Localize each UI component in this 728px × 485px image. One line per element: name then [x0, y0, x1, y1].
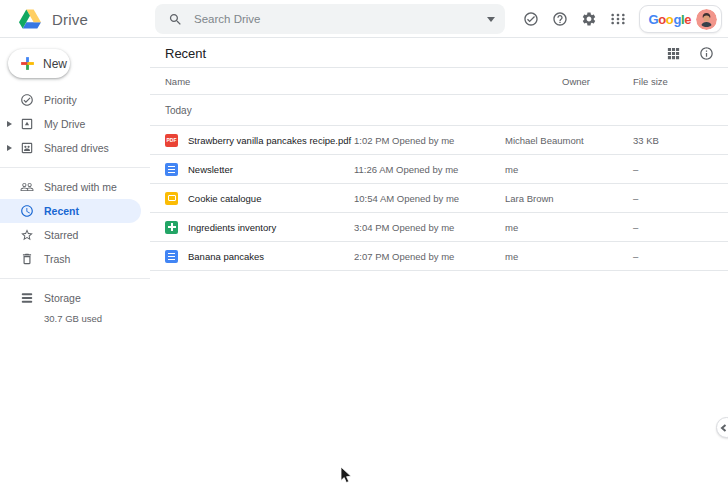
sidebar-item-label: My Drive	[44, 118, 85, 130]
file-activity: 10:54 AM Opened by me	[354, 193, 505, 204]
storage-usage-text: 30.7 GB used	[0, 313, 150, 324]
sidebar-item-label: Storage	[44, 292, 81, 304]
file-owner: Michael Beaumont	[505, 135, 633, 146]
sidebar-item-label: Shared drives	[44, 142, 109, 154]
file-size: –	[633, 193, 713, 204]
offline-status-icon[interactable]	[523, 11, 540, 28]
sidebar-item-priority[interactable]: Priority	[0, 88, 141, 112]
sidebar-item-my-drive[interactable]: My Drive	[0, 112, 141, 136]
search-bar[interactable]	[155, 4, 505, 34]
search-options-caret-icon[interactable]	[487, 17, 495, 22]
file-size: –	[633, 164, 713, 175]
google-apps-grid-icon[interactable]	[610, 11, 627, 28]
sidebar-item-shared-with-me[interactable]: Shared with me	[0, 175, 141, 199]
settings-gear-icon[interactable]	[581, 11, 598, 28]
expand-chevron-icon[interactable]	[7, 145, 12, 151]
chevron-left-icon	[720, 424, 728, 432]
app-title: Drive	[52, 11, 88, 28]
sidebar-item-storage[interactable]: Storage	[0, 286, 141, 310]
help-icon[interactable]	[552, 11, 569, 28]
plus-icon	[19, 55, 36, 72]
column-header-file-size[interactable]: File size	[633, 76, 713, 87]
file-activity: 11:26 AM Opened by me	[354, 164, 505, 175]
column-header-name[interactable]: Name	[165, 76, 505, 87]
topbar-actions: Google	[523, 0, 722, 38]
file-name: Ingredients inventory	[188, 222, 354, 233]
google-account-pill[interactable]: Google	[639, 5, 722, 33]
file-type-icon	[165, 250, 178, 263]
page-title: Recent	[165, 46, 648, 61]
file-activity: 3:04 PM Opened by me	[354, 222, 505, 233]
sidebar-item-label: Shared with me	[44, 181, 117, 193]
file-owner: me	[505, 222, 633, 233]
section-label-today: Today	[150, 95, 728, 126]
info-icon[interactable]	[698, 45, 714, 61]
grid-view-icon[interactable]	[665, 45, 681, 61]
google-wordmark: Google	[649, 13, 691, 26]
search-icon	[168, 12, 183, 27]
file-owner: me	[505, 251, 633, 262]
sidebar-divider	[0, 167, 150, 168]
sidebar-divider	[0, 278, 150, 279]
sidebar-nav: Priority My Drive Shared drives	[0, 88, 150, 324]
file-row[interactable]: Newsletter 11:26 AM Opened by me me –	[150, 155, 728, 184]
column-header-owner[interactable]: Owner	[505, 76, 633, 87]
user-avatar[interactable]	[696, 9, 717, 30]
file-name: Banana pancakes	[188, 251, 354, 262]
file-type-icon	[165, 163, 178, 176]
main-content: Recent Name Owner File size Today PDF St…	[150, 39, 728, 485]
file-row[interactable]: PDF Strawberry vanilla pancakes recipe.p…	[150, 126, 728, 155]
file-row[interactable]: Banana pancakes 2:07 PM Opened by me me …	[150, 242, 728, 271]
top-bar: Drive Google	[0, 0, 728, 38]
file-type-icon: PDF	[165, 134, 178, 147]
my-drive-icon	[20, 117, 34, 131]
file-activity: 1:02 PM Opened by me	[354, 135, 505, 146]
sidebar-item-label: Starred	[44, 229, 78, 241]
shared-drives-icon	[20, 141, 34, 155]
drive-brand[interactable]: Drive	[19, 0, 88, 38]
sidebar-item-label: Priority	[44, 94, 77, 106]
file-type-icon	[165, 192, 178, 205]
new-button[interactable]: New	[8, 49, 70, 78]
sidebar-item-label: Recent	[44, 205, 79, 217]
file-name: Newsletter	[188, 164, 354, 175]
storage-icon	[20, 291, 34, 305]
file-size: –	[633, 251, 713, 262]
new-button-label: New	[43, 57, 67, 71]
star-icon	[20, 228, 34, 242]
file-row[interactable]: Cookie catalogue 10:54 AM Opened by me L…	[150, 184, 728, 213]
file-activity: 2:07 PM Opened by me	[354, 251, 505, 262]
file-name: Cookie catalogue	[188, 193, 354, 204]
shared-with-me-icon	[20, 180, 34, 194]
file-size: –	[633, 222, 713, 233]
sidebar-item-label: Trash	[44, 253, 70, 265]
file-type-icon	[165, 221, 178, 234]
trash-icon	[20, 252, 34, 266]
sidebar-item-shared-drives[interactable]: Shared drives	[0, 136, 141, 160]
file-owner: Lara Brown	[505, 193, 633, 204]
drive-logo-icon	[19, 9, 41, 29]
sidebar: New Priority My Drive Sha	[0, 39, 150, 485]
google-drive-app: Drive Google	[0, 0, 728, 485]
search-input[interactable]	[194, 13, 481, 25]
expand-chevron-icon[interactable]	[7, 121, 12, 127]
file-list: PDF Strawberry vanilla pancakes recipe.p…	[150, 126, 728, 271]
table-header: Name Owner File size	[150, 68, 728, 95]
file-size: 33 KB	[633, 135, 713, 146]
priority-icon	[20, 93, 34, 107]
sidebar-item-trash[interactable]: Trash	[0, 247, 141, 271]
file-owner: me	[505, 164, 633, 175]
sidebar-item-starred[interactable]: Starred	[0, 223, 141, 247]
file-row[interactable]: Ingredients inventory 3:04 PM Opened by …	[150, 213, 728, 242]
sidebar-item-recent[interactable]: Recent	[0, 199, 141, 223]
file-name: Strawberry vanilla pancakes recipe.pdf	[188, 135, 354, 146]
recent-clock-icon	[20, 204, 34, 218]
main-header: Recent	[150, 39, 728, 68]
